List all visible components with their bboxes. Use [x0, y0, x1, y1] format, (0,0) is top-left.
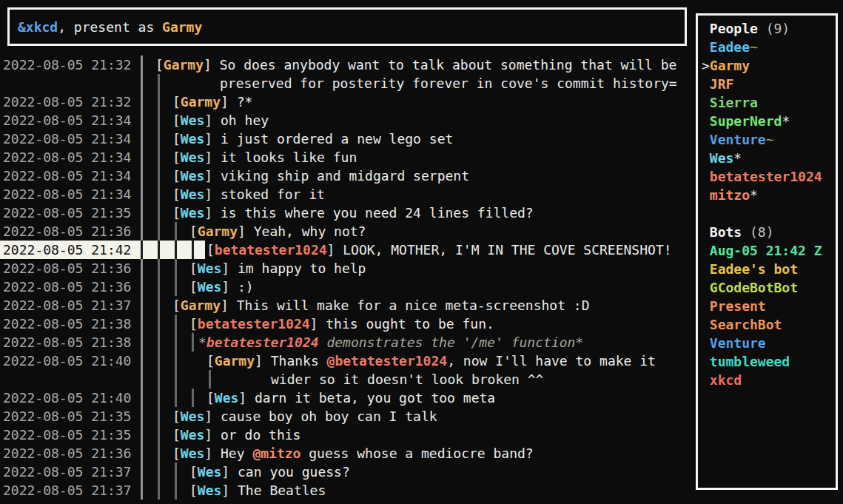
timestamp: 2022-08-05 21:36: [3, 222, 131, 241]
nick-label: Wes: [181, 187, 205, 202]
chat-row[interactable]: 2022-08-05 21:40[Garmy] Thanks @betatest…: [0, 352, 696, 370]
person-prefix: [702, 169, 710, 184]
message-text: [Garmy] Thanks @betatester1024, now I'll…: [206, 352, 656, 370]
bot-list-item[interactable]: Present: [702, 297, 766, 315]
timestamp-separator-line: [141, 333, 143, 352]
chat-row[interactable]: 2022-08-05 21:37[Wes] can you guess?: [0, 463, 696, 481]
nick-label: Wes: [198, 261, 222, 276]
chat-row[interactable]: 2022-08-05 21:37[Wes] The Beatles: [0, 481, 696, 500]
bot-list-item[interactable]: Eadee's bot: [702, 260, 798, 278]
bot-list-item[interactable]: tumbleweed: [702, 352, 790, 371]
people-header-label: People: [702, 21, 758, 36]
message-segment: ] This will make for a nice meta-screens…: [221, 298, 590, 313]
mention: @mitzo: [252, 446, 300, 461]
message-text: [Garmy] Yeah, why not?: [189, 222, 366, 241]
person-name: Garmy: [710, 58, 750, 73]
bot-list-item[interactable]: Aug-05 21:42 Z: [702, 241, 822, 260]
chat-row[interactable]: 2022-08-05 21:32[Garmy] So does anybody …: [0, 56, 696, 74]
thread-guide-line: [158, 426, 160, 444]
message-text: [Wes] viking ship and midgard serpent: [172, 167, 469, 185]
message-segment: [: [189, 224, 198, 239]
person-list-item[interactable]: >Garmy: [702, 56, 750, 75]
thread-guide-line: [158, 130, 160, 148]
person-list-item[interactable]: JRF: [702, 75, 733, 93]
bot-list-item[interactable]: SearchBot: [702, 315, 782, 334]
thread-guide-line: [209, 370, 211, 389]
nick-label: Wes: [181, 131, 205, 147]
person-list-item[interactable]: Eadee~: [702, 38, 758, 56]
channel-name: &xkcd: [18, 18, 58, 36]
nick-label: Wes: [198, 279, 222, 295]
thread-guide-line: [158, 315, 160, 333]
chat-row[interactable]: 2022-08-05 21:34[Wes] viking ship and mi…: [0, 167, 696, 185]
timestamp: 2022-08-05 21:32: [3, 56, 131, 74]
chat-row[interactable]: 2022-08-05 21:35[Wes] cause boy oh boy c…: [0, 407, 696, 426]
message-text: [Wes] darn it beta, you got too meta: [206, 389, 495, 407]
chat-row[interactable]: 2022-08-05 21:32[Garmy] ?*: [0, 93, 696, 111]
timestamp-separator-line: [141, 148, 143, 167]
chat-row[interactable]: 2022-08-05 21:42[betatester1024] LOOK, M…: [0, 241, 696, 259]
chat-row[interactable]: 2022-08-05 21:34[Wes] stoked for it: [0, 185, 696, 204]
chat-row[interactable]: 2022-08-05 21:38[betatester1024] this ou…: [0, 315, 696, 333]
person-list-item[interactable]: SuperNerd*: [702, 112, 790, 130]
bot-list-item[interactable]: GCodeBotBot: [702, 278, 798, 297]
thread-guide-line: [158, 74, 160, 93]
nick-label: Wes: [181, 112, 205, 128]
chat-row[interactable]: 2022-08-05 21:40[Wes] darn it beta, you …: [0, 389, 696, 407]
message-text: [Wes] stoked for it: [172, 185, 325, 204]
thread-guide-line: [175, 333, 177, 352]
chat-row[interactable]: preserved for posterity forever in cove'…: [0, 74, 696, 93]
chat-row[interactable]: 2022-08-05 21:37[Garmy] This will make f…: [0, 296, 696, 315]
thread-guide-line: [158, 444, 160, 463]
timestamp: 2022-08-05 21:34: [3, 167, 131, 185]
chat-row[interactable]: wider so it doesn't look broken ^^: [0, 370, 696, 389]
person-list-item[interactable]: Wes*: [702, 149, 742, 167]
user-list-panel[interactable]: People (9) Eadee~>Garmy JRF Sierra Super…: [696, 13, 838, 490]
thread-guide-line: [192, 389, 194, 407]
chat-row[interactable]: 2022-08-05 21:34[Wes] i just ordered a n…: [0, 130, 696, 148]
person-list-item[interactable]: Sierra: [702, 93, 758, 112]
chat-row[interactable]: 2022-08-05 21:35[Wes] is this where you …: [0, 204, 696, 222]
message-text: [Garmy] So does anybody want to talk abo…: [155, 56, 676, 74]
chat-row[interactable]: 2022-08-05 21:36[Garmy] Yeah, why not?: [0, 222, 696, 241]
timestamp-separator-line: [141, 167, 143, 185]
bot-list-item[interactable]: Venture: [702, 334, 766, 352]
chat-row[interactable]: 2022-08-05 21:36[Wes] :): [0, 278, 696, 296]
timestamp: 2022-08-05 21:38: [3, 315, 131, 333]
message-segment: demonstrates the '/me' function*: [319, 335, 584, 350]
timestamp-separator-line: [141, 185, 143, 204]
chat-log[interactable]: 2022-08-05 21:32[Garmy] So does anybody …: [0, 56, 696, 504]
chat-row[interactable]: 2022-08-05 21:38*betatester1024 demonstr…: [0, 333, 696, 352]
person-name: SuperNerd: [710, 113, 782, 129]
chat-row[interactable]: 2022-08-05 21:34[Wes] oh hey: [0, 111, 696, 130]
thread-guide-line: [158, 463, 160, 481]
nick-label: Wes: [181, 409, 205, 424]
thread-guide-line: [158, 111, 160, 130]
nick-label: Wes: [181, 427, 205, 443]
message-segment: [: [172, 205, 181, 221]
chat-row[interactable]: 2022-08-05 21:35[Wes] or do this: [0, 426, 696, 444]
people-header-count: (9): [758, 21, 790, 36]
bot-name: Eadee's bot: [702, 261, 798, 277]
away-suffix: ~: [766, 132, 774, 147]
person-prefix: [702, 187, 710, 203]
timestamp-separator-line: [141, 426, 143, 444]
timestamp-separator-line: [141, 259, 143, 278]
person-list-item[interactable]: betatester1024: [702, 167, 822, 186]
person-list-item[interactable]: Venture~: [702, 130, 774, 149]
bots-header-label: Bots: [702, 224, 742, 240]
thread-guide-line: [158, 93, 160, 111]
bot-list-item[interactable]: xkcd: [702, 371, 742, 389]
person-list-item[interactable]: mitzo*: [702, 186, 758, 204]
chat-row[interactable]: 2022-08-05 21:34[Wes] it looks like fun: [0, 148, 696, 167]
message-text: [Wes] The Beatles: [189, 481, 326, 500]
channel-header: &xkcd, present as Garmy: [7, 7, 687, 46]
timestamp: 2022-08-05 21:40: [3, 352, 131, 370]
nick-label: betatester1024: [215, 242, 327, 258]
chat-row[interactable]: 2022-08-05 21:36[Wes] Hey @mitzo guess w…: [0, 444, 696, 463]
message-text: [Wes] :): [189, 278, 254, 296]
message-segment: [: [172, 149, 181, 165]
thread-guide-line: [158, 204, 160, 222]
message-text: [Wes] it looks like fun: [172, 148, 357, 167]
chat-row[interactable]: 2022-08-05 21:36[Wes] im happy to help: [0, 259, 696, 278]
